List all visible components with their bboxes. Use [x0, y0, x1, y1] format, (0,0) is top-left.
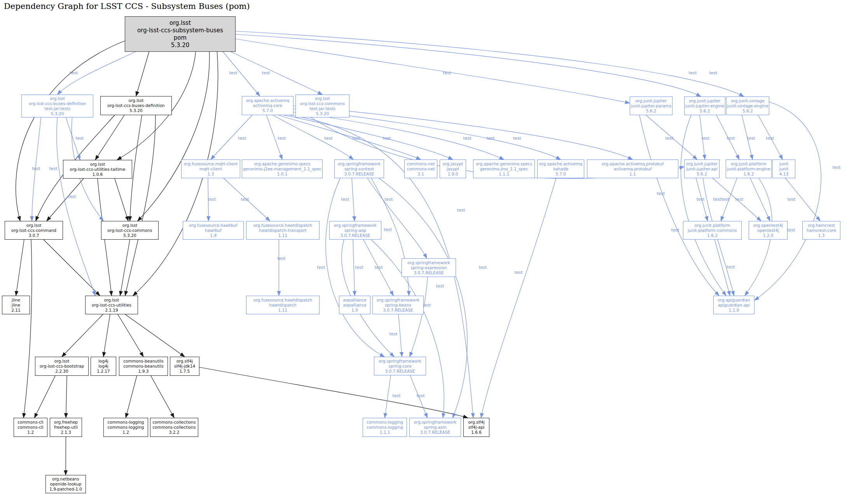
- edge-scope-label: test: [32, 167, 40, 171]
- node-label-line: org.netbeans: [52, 477, 79, 482]
- node-label-line: jline: [12, 303, 20, 308]
- node-label-line: 1.7.5: [180, 369, 190, 374]
- edge-scope-label: test: [324, 136, 332, 140]
- node-label-line: 2.2.30: [55, 369, 68, 374]
- edge-sctx-saop: [352, 178, 355, 221]
- edge-scope-label: test: [49, 167, 57, 171]
- node-label-line: 5.3.20: [129, 108, 142, 113]
- node-label-line: test-jar:tests: [309, 106, 335, 111]
- edge-bdtj-util: [57, 117, 95, 296]
- edge-tai-cmd: [47, 179, 84, 221]
- node-label-line: geronimo-jms_1.1_spec: [480, 167, 528, 172]
- node-label-line: org-lsst-ccs-commons: [300, 101, 345, 106]
- node-label-line: 1.6.2: [744, 172, 754, 177]
- node-jparams: org.junit.jupiterjunit-jupiter-params5.6…: [630, 96, 672, 115]
- edge-scope-label: test: [229, 71, 237, 75]
- edge-scope-label: test: [701, 136, 709, 140]
- node-junit: junitjunit4.13: [772, 159, 795, 178]
- edge-jparams-apig: [639, 115, 719, 296]
- edge-scope-label: test: [486, 136, 494, 140]
- node-hawtbuf: org.fusesource.hawtbufhawtbuf1.9: [183, 221, 244, 240]
- edge-scope-label: test: [665, 136, 673, 140]
- edge-jdk14-slf4j: [199, 367, 468, 418]
- edge-scope-label: test: [696, 197, 704, 202]
- node-label-line: org.fusesource.hawtbuf: [189, 223, 238, 228]
- edge-sctx-sexp: [367, 178, 427, 258]
- edge-scope-label: test: [747, 136, 755, 140]
- node-label-line: org.springframework: [379, 359, 421, 364]
- node-sexp: org.springframeworkspring-expression3.0.…: [402, 258, 456, 277]
- node-label-line: log4j: [98, 359, 108, 364]
- edge-scope-label: test: [238, 136, 246, 140]
- edge-scope-label: test: [787, 228, 795, 232]
- node-label-line: org.apiguardian: [718, 298, 750, 303]
- node-label-line: commons-collections: [153, 425, 196, 430]
- node-label-line: org.springframework: [377, 298, 419, 303]
- node-label-line: junit: [779, 161, 788, 167]
- node-kahadb: org.apache.activemqkahadb5.7.0: [537, 159, 584, 178]
- edge-scope-label: test: [721, 197, 729, 202]
- edge-scope-label: test: [70, 71, 78, 75]
- node-label-line: activemq-protobuf: [614, 167, 651, 172]
- edge-kahadb-slf4j: [481, 178, 556, 418]
- node-label-line: 3.0.7.RELEASE: [341, 233, 370, 238]
- node-jline: jlinejline2.11: [2, 296, 30, 314]
- node-label-line: org.opentest4j: [753, 223, 783, 228]
- node-label-line: commons-collections: [153, 420, 196, 425]
- edge-freehep-openide: [66, 437, 66, 475]
- edge-util-boot: [62, 314, 103, 357]
- node-label-line: 1.0.1: [277, 172, 288, 177]
- node-label-line: 3.0.7: [29, 233, 39, 238]
- node-clog12: commons-loggingcommons-logging1.2: [103, 418, 148, 437]
- edge-scope-label: test: [671, 228, 679, 232]
- edge-scope-label: test: [457, 208, 465, 212]
- edge-scope-label: test: [75, 136, 84, 140]
- edge-scope-label: test: [278, 136, 286, 140]
- node-sbeans: org.springframeworkspring-beans3.0.7.REL…: [372, 296, 424, 314]
- node-label-line: commons-beanutils: [123, 364, 163, 369]
- node-label-line: commons-cli: [17, 420, 44, 425]
- edge-scope-label: test: [208, 197, 216, 202]
- node-label-line: commons-logging: [367, 420, 403, 425]
- node-label-line: 1.9.3: [138, 369, 149, 374]
- node-com: org.lsstorg-lsst-ccs-commons5.3.20: [101, 221, 159, 240]
- edge-scope-label: test: [423, 303, 431, 307]
- node-boot: org.lsstorg-lsst-ccs-bootstrap2.2.30: [35, 357, 89, 376]
- node-label-line: 1.2.0: [763, 233, 774, 238]
- node-label-line: 4.13: [779, 172, 788, 177]
- node-bdtj: org.lsstorg-lsst-ccs-buses-definitiontes…: [21, 95, 93, 117]
- node-hawtd: org.fusesource.hawtdispatchhawtdispatch1…: [246, 296, 320, 314]
- node-label-line: 1.0: [351, 308, 358, 313]
- node-bean: commons-beanutilscommons-beanutils1.9.3: [119, 357, 168, 376]
- node-label-line: 1.6.2: [707, 233, 718, 238]
- node-util: org.lsstorg-lsst-ccs-utilities2.1.19: [85, 296, 138, 314]
- edge-scope-label: test: [384, 197, 393, 202]
- edge-scope-label: test: [514, 270, 522, 275]
- edge-sbeans-score: [398, 314, 402, 357]
- node-saop: org.springframeworkspring-aop3.0.7.RELEA…: [329, 221, 381, 240]
- node-label-line: org.fusesource.mqtt-client: [184, 161, 238, 167]
- edge-scope-label: test: [389, 332, 397, 336]
- node-label-line: 5.7.0: [555, 172, 566, 177]
- node-label-line: 1.1.1: [380, 430, 390, 435]
- edge-scope-label: test: [355, 265, 363, 270]
- edge-root-ctj: [231, 52, 323, 95]
- node-label-line: org-lsst-ccs-utilities: [92, 303, 131, 308]
- edge-scope-label: test: [787, 197, 795, 202]
- edge-score-clog111: [385, 375, 391, 418]
- node-label-line: org.apache.geronimo.specs: [254, 161, 310, 167]
- edge-scope-label: test: [832, 165, 840, 170]
- edge-scope-label: test: [727, 265, 735, 269]
- node-label-line: org.apache.geronimo.specs: [476, 161, 532, 167]
- node-label-line: opentest4j: [757, 228, 779, 233]
- node-label-line: apiguardian-api: [718, 303, 750, 308]
- node-ctj: org.lsstorg-lsst-ccs-commonstest-jar:tes…: [295, 95, 349, 117]
- node-label-line: 5.6.2: [700, 109, 710, 114]
- node-cnet: commons-netcommons-net3.1: [404, 159, 437, 178]
- node-label-line: jasypt: [447, 167, 459, 172]
- edge-root-jparams: [236, 39, 630, 103]
- node-label-line: org-lsst-ccs-utilities-taitime: [70, 167, 125, 172]
- node-jasypt: org.jasyptjasypt1.9.0: [440, 159, 466, 178]
- node-label-line: test-jar:tests: [44, 106, 70, 111]
- node-jms: org.apache.geronimo.specsgeronimo-jms_1.…: [473, 159, 535, 178]
